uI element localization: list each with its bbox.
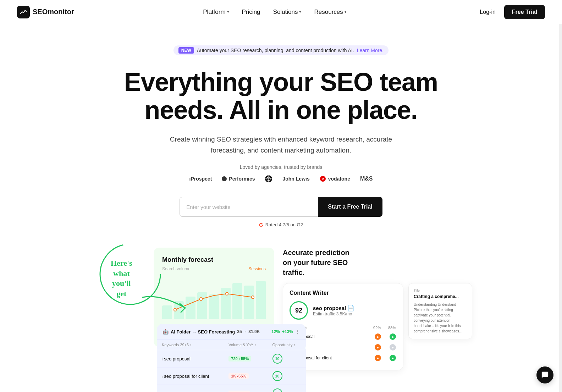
- content-estim: Estim.traffic 3.5K/mo: [313, 311, 354, 316]
- expand-icon[interactable]: ⋮: [295, 329, 300, 335]
- col-vol-header: Volume & YoY ↕: [224, 340, 267, 350]
- announcement-link[interactable]: Learn More.: [357, 48, 384, 53]
- logo-text: SEOmonitor: [33, 8, 74, 16]
- col-kw-header: Keywords 29+6 ↕: [157, 340, 224, 350]
- dot-2-c1: ●: [367, 342, 381, 352]
- seo-row-1: iseo proposal 720 +55% 10: [157, 350, 306, 368]
- dot-2-c2: ●: [382, 342, 396, 352]
- seo-folder-pct2: +13%: [282, 329, 293, 334]
- brand-iprospect: iProspect: [189, 176, 212, 182]
- opp-1: 10: [272, 354, 282, 364]
- col-opp-header: Opportunity ↕: [268, 340, 306, 350]
- seo-folder-header: 🤖 AI Folder → SEO Forecasting 35 → 31.9K…: [157, 324, 306, 340]
- brand-performics: Performics: [222, 176, 255, 182]
- svg-point-8: [200, 298, 202, 300]
- chat-bubble[interactable]: [536, 366, 553, 383]
- free-trial-button[interactable]: Free Trial: [504, 5, 545, 19]
- chat-icon: [541, 371, 549, 379]
- content-card-title: Content Writer: [290, 290, 397, 296]
- dot-3-c2: ●: [382, 353, 396, 363]
- right-column: Accurate prediction on your future SEO t…: [283, 248, 472, 370]
- brand-unknown: [265, 175, 272, 183]
- handwritten-text: Here'swhatyou'llget: [104, 248, 139, 309]
- logo[interactable]: SEOmonitor: [17, 6, 74, 18]
- brand-ms: M&S: [360, 176, 373, 182]
- content-keyword: seo proposal 📄: [313, 305, 354, 311]
- logo-icon: [17, 6, 30, 18]
- opp-3: 10: [272, 388, 282, 392]
- content-meta: seo proposal 📄 Estim.traffic 3.5K/mo: [313, 305, 354, 316]
- g2-text: Rated 4.7/5 on G2: [265, 222, 303, 227]
- brand-logos: iProspect Performics John Lewis V vodafo…: [100, 175, 462, 183]
- vol-720: 720 +55%: [228, 356, 251, 361]
- article-preview: Title Crafting a comprehe... Understandi…: [408, 283, 472, 339]
- start-trial-button[interactable]: Start a Free Trial: [318, 197, 382, 217]
- hero-trust-text: Loved by agencies, trusted by brands: [100, 164, 462, 170]
- seo-folder-pct1: 12%: [271, 329, 280, 334]
- content-main: 92 seo proposal 📄 Estim.traffic 3.5K/mo: [290, 301, 397, 320]
- seo-row-3: iseo plan sample 300 -30% 10: [157, 385, 306, 392]
- svg-point-9: [226, 292, 228, 295]
- dot-1-c2: ●: [382, 332, 396, 342]
- nav-resources[interactable]: Resources ▾: [309, 6, 351, 18]
- g2-rating: G Rated 4.7/5 on G2: [100, 222, 462, 228]
- seo-row-2: iseo proposal for client 1K -55% 10: [157, 368, 306, 385]
- solutions-chevron-icon: ▾: [299, 10, 301, 14]
- website-input[interactable]: [180, 197, 318, 217]
- score-circle: 92: [290, 301, 308, 320]
- announcement-bar: NEW Automate your SEO research, planning…: [173, 45, 389, 55]
- seo-folder-card: 🤖 AI Folder → SEO Forecasting 35 → 31.9K…: [157, 324, 306, 392]
- login-link[interactable]: Log-in: [475, 6, 500, 18]
- seo-folder-table: Keywords 29+6 ↕ Volume & YoY ↕ Opportuni…: [157, 340, 306, 392]
- article-title-label: Title: [414, 288, 467, 293]
- content-row-2: seo plan ● ●: [290, 342, 396, 352]
- brand-john-lewis: John Lewis: [282, 176, 309, 182]
- hero-subtitle: Create winning SEO strategies with enhan…: [160, 134, 402, 156]
- article-title: Crafting a comprehe...: [414, 294, 467, 300]
- opp-2: 10: [272, 371, 282, 381]
- nav-actions: Log-in Free Trial: [475, 5, 545, 19]
- col-c2-header: 88%: [382, 325, 396, 331]
- forecast-title: Monthly forecast: [162, 256, 266, 264]
- nav-pricing[interactable]: Pricing: [237, 6, 265, 18]
- nav-links: Platform ▾ Pricing Solutions ▾ Resources…: [198, 6, 351, 18]
- cta-row: Start a Free Trial: [100, 197, 462, 217]
- forecast-search-label: Search volume: [162, 266, 191, 271]
- announcement-text: Automate your SEO research, planning, an…: [197, 48, 354, 53]
- forecast-sessions-label: Sessions: [248, 266, 266, 271]
- nav-solutions[interactable]: Solutions ▾: [268, 6, 307, 18]
- brand-vodafone: V vodafone: [320, 176, 350, 182]
- svg-point-10: [252, 296, 254, 299]
- handwritten-section: Here'swhatyou'llget: [104, 248, 139, 309]
- announcement-badge: NEW: [178, 47, 194, 54]
- g2-logo: G: [259, 222, 263, 228]
- vol-1k: 1K -55%: [228, 373, 249, 379]
- hero-section: NEW Automate your SEO research, planning…: [86, 24, 476, 248]
- col-c1-header: 92%: [367, 325, 381, 331]
- scrollbar[interactable]: [559, 0, 562, 392]
- arrow-icon: [139, 290, 196, 319]
- nav-platform[interactable]: Platform ▾: [198, 6, 234, 18]
- content-row-1: seo proposal ● ●: [290, 332, 396, 342]
- svg-text:V: V: [322, 177, 324, 181]
- vol-300: 300 -30%: [228, 391, 250, 392]
- hero-title: Everything your SEO team needs. All in o…: [100, 68, 462, 124]
- resources-chevron-icon: ▾: [345, 10, 347, 14]
- accurate-text: Accurate prediction on your future SEO t…: [283, 248, 361, 277]
- logo-svg: [20, 8, 27, 16]
- article-body: Understanding Understand Picture this: y…: [414, 302, 467, 334]
- platform-chevron-icon: ▾: [227, 10, 229, 14]
- seo-folder-title: 🤖 AI Folder → SEO Forecasting 35 → 31.9K: [162, 329, 260, 335]
- dot-3-c1: ●: [367, 353, 381, 363]
- seo-folder-container: 🤖 AI Folder → SEO Forecasting 35 → 31.9K…: [157, 324, 306, 392]
- content-row-3: seo proposal for client ● ●: [290, 353, 396, 363]
- dot-1-c1: ●: [367, 332, 381, 342]
- navigation: SEOmonitor Platform ▾ Pricing Solutions …: [0, 0, 562, 24]
